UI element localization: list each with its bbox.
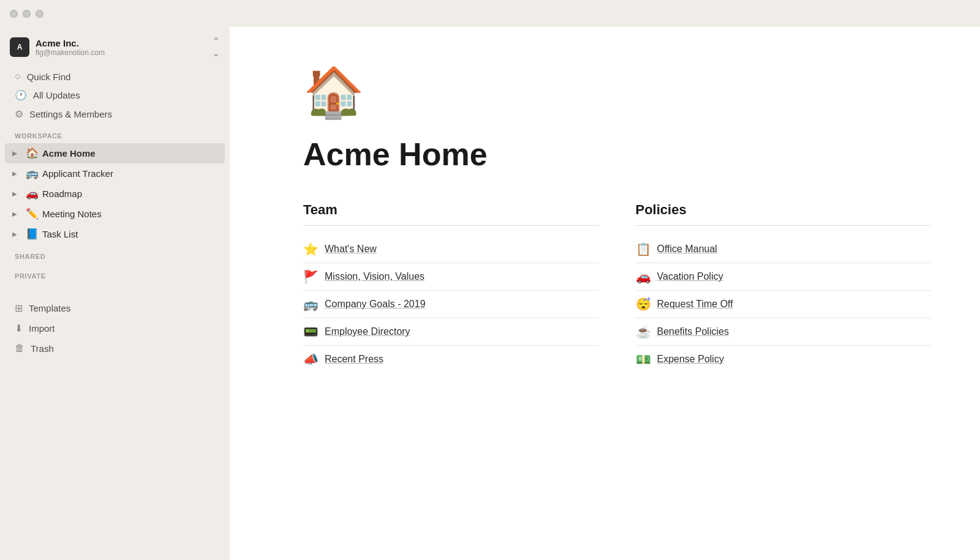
task-list-emoji: 📘 [26, 228, 39, 241]
task-list-label: Task List [42, 229, 78, 239]
sidebar: A Acme Inc. fig@makenotion.com ⌃⌄ ○ Quic… [0, 27, 230, 560]
page-icon: 🏠 [303, 64, 931, 121]
whats-new-label[interactable]: What's New [325, 244, 377, 255]
page-title: Acme Home [303, 136, 931, 173]
content-grid: Team ⭐ What's New 🚩 Mission, Vision, Val… [303, 202, 931, 373]
money-icon: 💵 [636, 352, 651, 367]
office-manual-label[interactable]: Office Manual [657, 244, 717, 255]
acme-home-emoji: 🏠 [26, 147, 39, 160]
team-section: Team ⭐ What's New 🚩 Mission, Vision, Val… [303, 202, 599, 373]
maximize-button[interactable] [36, 10, 43, 18]
office-manual-icon: 📋 [636, 242, 651, 256]
shared-section-label: SHARED [0, 244, 230, 264]
mission-label[interactable]: Mission, Vision, Values [325, 271, 424, 282]
templates-label: Templates [29, 303, 70, 313]
link-benefits-policies[interactable]: ☕ Benefits Policies [636, 318, 932, 346]
acme-home-label: Acme Home [42, 148, 96, 159]
directory-icon: 📟 [303, 324, 318, 339]
sidebar-item-quick-find[interactable]: ○ Quick Find [5, 67, 225, 86]
link-recent-press[interactable]: 📣 Recent Press [303, 346, 599, 373]
close-button[interactable] [10, 10, 18, 18]
sidebar-item-trash[interactable]: 🗑 Trash [5, 338, 225, 358]
trash-icon: 🗑 [15, 343, 24, 354]
policies-heading: Policies [636, 202, 932, 218]
link-request-time-off[interactable]: 😴 Request Time Off [636, 291, 932, 318]
team-heading: Team [303, 202, 599, 218]
megaphone-icon: 📣 [303, 352, 318, 367]
sleeping-icon: 😴 [636, 297, 651, 312]
settings-label: Settings & Members [29, 109, 112, 119]
import-icon: ⬇ [15, 323, 23, 334]
sidebar-item-import[interactable]: ⬇ Import [5, 318, 225, 338]
expand-arrow-icon: ▶ [12, 211, 22, 217]
clock-icon: 🕐 [15, 89, 27, 101]
expand-arrow-icon: ▶ [12, 170, 22, 177]
vacation-policy-label[interactable]: Vacation Policy [657, 271, 723, 282]
trash-label: Trash [31, 343, 54, 354]
benefits-policies-label[interactable]: Benefits Policies [657, 326, 729, 337]
sidebar-item-meeting-notes[interactable]: ▶ ✏️ Meeting Notes [5, 204, 225, 224]
workspace-header[interactable]: A Acme Inc. fig@makenotion.com ⌃⌄ [0, 27, 230, 67]
link-whats-new[interactable]: ⭐ What's New [303, 236, 599, 263]
link-employee-directory[interactable]: 📟 Employee Directory [303, 318, 599, 346]
meeting-notes-label: Meeting Notes [42, 209, 102, 219]
search-icon: ○ [15, 71, 21, 82]
meeting-notes-emoji: ✏️ [26, 207, 39, 220]
coffee-icon: ☕ [636, 324, 651, 339]
expand-arrow-icon: ▶ [12, 190, 22, 197]
quick-find-label: Quick Find [27, 72, 71, 82]
private-section-label: PRIVATE [0, 264, 230, 283]
import-label: Import [29, 323, 55, 334]
sidebar-item-acme-home[interactable]: ▶ 🏠 Acme Home [5, 143, 225, 163]
star-icon: ⭐ [303, 242, 318, 256]
sidebar-item-all-updates[interactable]: 🕐 All Updates [5, 86, 225, 105]
templates-icon: ⊞ [15, 302, 23, 314]
employee-directory-label[interactable]: Employee Directory [325, 326, 410, 337]
expand-arrow-icon: ▶ [12, 150, 22, 157]
title-bar [0, 0, 980, 27]
link-office-manual[interactable]: 📋 Office Manual [636, 236, 932, 263]
bus-icon: 🚌 [303, 297, 318, 312]
sidebar-item-roadmap[interactable]: ▶ 🚗 Roadmap [5, 184, 225, 204]
car-icon: 🚗 [636, 269, 651, 284]
workspace-identity: A Acme Inc. fig@makenotion.com [10, 37, 105, 57]
recent-press-label[interactable]: Recent Press [325, 354, 383, 365]
policies-divider [636, 225, 932, 226]
sidebar-item-settings[interactable]: ⚙ Settings & Members [5, 105, 225, 124]
workspace-info: Acme Inc. fig@makenotion.com [36, 38, 105, 57]
policies-section: Policies 📋 Office Manual 🚗 Vacation Poli… [636, 202, 932, 373]
app-container: A Acme Inc. fig@makenotion.com ⌃⌄ ○ Quic… [0, 27, 980, 560]
link-company-goals[interactable]: 🚌 Company Goals - 2019 [303, 291, 599, 318]
all-updates-label: All Updates [33, 90, 80, 100]
link-mission[interactable]: 🚩 Mission, Vision, Values [303, 263, 599, 291]
roadmap-label: Roadmap [42, 189, 82, 199]
workspace-name: Acme Inc. [36, 38, 105, 48]
workspace-logo: A [10, 37, 29, 57]
team-divider [303, 225, 599, 226]
main-content: 🏠 Acme Home Team ⭐ What's New 🚩 Mission,… [230, 27, 980, 560]
gear-icon: ⚙ [15, 108, 23, 120]
link-vacation-policy[interactable]: 🚗 Vacation Policy [636, 263, 932, 291]
link-expense-policy[interactable]: 💵 Expense Policy [636, 346, 932, 373]
company-goals-label[interactable]: Company Goals - 2019 [325, 299, 426, 310]
minimize-button[interactable] [23, 10, 31, 18]
expense-policy-label[interactable]: Expense Policy [657, 354, 724, 365]
request-time-off-label[interactable]: Request Time Off [657, 299, 733, 310]
roadmap-emoji: 🚗 [26, 187, 39, 200]
sidebar-item-task-list[interactable]: ▶ 📘 Task List [5, 224, 225, 244]
applicant-tracker-label: Applicant Tracker [42, 168, 113, 179]
sidebar-item-applicant-tracker[interactable]: ▶ 🚌 Applicant Tracker [5, 163, 225, 184]
workspace-email: fig@makenotion.com [36, 48, 105, 57]
applicant-tracker-emoji: 🚌 [26, 167, 39, 180]
chevron-updown-icon[interactable]: ⌃⌄ [212, 35, 220, 59]
flag-icon: 🚩 [303, 269, 318, 284]
sidebar-item-templates[interactable]: ⊞ Templates [5, 298, 225, 318]
expand-arrow-icon: ▶ [12, 231, 22, 237]
workspace-section-label: WORKSPACE [0, 124, 230, 143]
